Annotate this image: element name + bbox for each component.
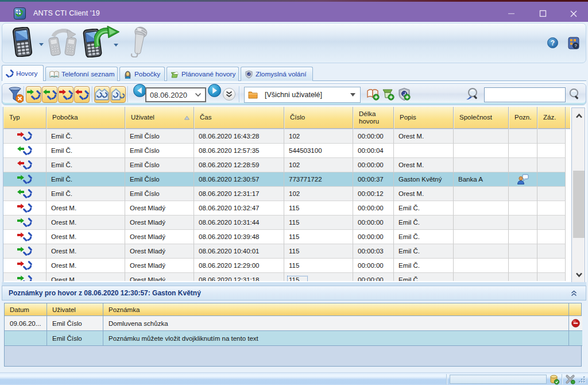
- column-header-cas[interactable]: Čas: [194, 107, 284, 129]
- grid-row[interactable]: Emil Č.Emil Číslo08.06.2020 12:30:577737…: [2, 172, 570, 187]
- column-header-delka[interactable]: Délka hovoru: [353, 107, 394, 129]
- add-to-phonebook-button[interactable]: [366, 87, 380, 101]
- grid-row[interactable]: Emil Č.Emil Číslo08.06.2020 16:43:281020…: [2, 129, 570, 144]
- column-header-pozn[interactable]: Pozn.: [509, 107, 537, 129]
- delete-note-button[interactable]: [569, 316, 582, 331]
- cell-popis: Orest M.: [394, 158, 454, 172]
- cell-popis: Emil Č.: [394, 273, 454, 281]
- expand-filter-button[interactable]: [223, 88, 235, 101]
- users-filter-combo[interactable]: [Všichni uživatelé]: [244, 87, 361, 103]
- cell-cas: 08.06.2020 10:40:01: [194, 244, 284, 259]
- filter-toggle-incoming-missed[interactable]: [58, 86, 74, 103]
- cell-cislo: 115: [284, 201, 353, 215]
- dial-button[interactable]: [10, 27, 35, 57]
- grid-row[interactable]: Orest M.Orest Mladý08.06.2020 10:32:4711…: [2, 201, 570, 215]
- column-header-zaz[interactable]: Záz.: [537, 107, 566, 129]
- cell-typ: [3, 201, 47, 215]
- scroll-up-icon[interactable]: [572, 108, 586, 123]
- arrow-right-icon: [17, 261, 24, 267]
- arrow-right-icon: [27, 89, 34, 95]
- grid-row[interactable]: Orest M.Orest Mladý08.06.2020 10:39:4811…: [2, 230, 570, 244]
- notes-column-header-poznamka[interactable]: Poznámka: [103, 303, 569, 316]
- column-header-popis[interactable]: Popis: [394, 107, 454, 129]
- tab-pobo-ky[interactable]: Pobočky: [119, 67, 165, 81]
- cell-cas: 08.06.2020 12:57:35: [194, 144, 284, 158]
- notes-cell-poznamka[interactable]: Domluvena schůzka: [103, 316, 569, 331]
- cell-uzivatel: Orest Mladý: [125, 244, 194, 259]
- cell-cislo: 115: [284, 215, 353, 230]
- about-button[interactable]: ?: [568, 37, 579, 49]
- clear-filter-button[interactable]: [7, 86, 25, 103]
- scrollbar-thumb[interactable]: [573, 171, 585, 238]
- notes-column-header-datum[interactable]: Datum: [5, 303, 47, 316]
- vertical-scrollbar[interactable]: [571, 107, 585, 282]
- help-button[interactable]: ?: [547, 37, 558, 48]
- date-field[interactable]: 08.06.2020: [145, 87, 206, 102]
- cell-typ: [3, 172, 47, 187]
- chevron-down-icon[interactable]: [350, 93, 355, 97]
- cell-typ: [3, 129, 47, 144]
- titlebar: ANTS CTI Client '19: [0, 2, 588, 22]
- notes-cell-actions: [569, 331, 582, 346]
- pickup-dropdown-icon[interactable]: [114, 44, 118, 47]
- cell-delka: 00:00:00: [353, 201, 394, 215]
- close-button[interactable]: [561, 3, 586, 24]
- cell-spolecnost: Banka A: [454, 172, 509, 187]
- cell-zaz: [537, 158, 566, 172]
- transfer-button: [48, 29, 77, 56]
- filter-toggle-external-calls[interactable]: [110, 86, 126, 103]
- grid-row[interactable]: Emil Č.Emil Číslo08.06.2020 12:31:171020…: [2, 187, 570, 201]
- cell-typ: [3, 244, 47, 259]
- grid-row[interactable]: Orest M.Orest Mladý08.06.2020 12:29:0011…: [2, 259, 570, 273]
- grid-row[interactable]: Emil Č.Emil Číslo08.06.2020 12:28:591020…: [2, 158, 570, 172]
- add-to-planned-button[interactable]: [381, 87, 395, 101]
- collapse-icon[interactable]: [570, 290, 586, 297]
- cell-pobocka: Emil Č.: [47, 144, 125, 158]
- app-icon: [14, 7, 26, 20]
- filter-toggle-incoming-answered[interactable]: [26, 86, 41, 103]
- cell-pozn: [509, 144, 537, 158]
- search-button[interactable]: [567, 88, 580, 101]
- grid-row[interactable]: Emil Č.Emil Číslo08.06.2020 12:57:355445…: [2, 144, 570, 158]
- previous-day-button[interactable]: [133, 84, 146, 97]
- grid-row[interactable]: Orest M.Orest Mladý08.06.2020 12:31:1811…: [2, 273, 570, 281]
- minimize-button[interactable]: [498, 3, 524, 24]
- notes-row[interactable]: Emil ČísloPoznámku můžete vložit dvojkli…: [5, 331, 581, 346]
- handset-icon: [23, 275, 32, 281]
- grid-row[interactable]: Orest M.Orest Mladý08.06.2020 10:31:4411…: [2, 215, 570, 230]
- tab-pl-novan-hovory[interactable]: Plánované hovory: [167, 67, 239, 81]
- resize-grip[interactable]: [578, 375, 586, 384]
- cell-zaz: [537, 273, 566, 281]
- cell-pozn: [509, 244, 537, 259]
- next-day-button[interactable]: [208, 84, 221, 97]
- notes-cell-poznamka[interactable]: Poznámku můžete vložit dvojkliknutím na …: [103, 331, 569, 346]
- notes-row[interactable]: 09.06.20...Emil ČísloDomluvena schůzka: [5, 316, 581, 331]
- chevron-down-icon[interactable]: [195, 93, 202, 97]
- scroll-down-icon[interactable]: [572, 267, 586, 282]
- cell-popis: Emil Č.: [394, 230, 454, 244]
- tab-label: Plánované hovory: [181, 70, 235, 78]
- tab-zlomysln-vol-n-[interactable]: Zlomyslná volání: [241, 67, 313, 81]
- cell-popis: Gaston Květný: [394, 172, 454, 187]
- notes-cell-uzivatel: Emil Číslo: [47, 331, 103, 346]
- add-to-malicious-button[interactable]: [397, 87, 411, 101]
- notes-column-header-uzivatel[interactable]: Uživatel: [47, 303, 103, 316]
- filter-toggle-internal-calls[interactable]: [94, 86, 110, 103]
- maximize-button[interactable]: [530, 3, 555, 24]
- column-header-typ[interactable]: Typ: [3, 107, 47, 129]
- handset-icon: [23, 203, 32, 213]
- tab-telefonn-seznam[interactable]: Telefonní seznam: [45, 67, 118, 81]
- grid-row[interactable]: Orest M.Orest Mladý08.06.2020 10:40:0111…: [2, 244, 570, 259]
- search-input[interactable]: [484, 87, 566, 102]
- filter-toggle-outgoing-answered[interactable]: [42, 86, 57, 103]
- column-header-spolecnost[interactable]: Společnost: [454, 107, 509, 129]
- column-header-cislo[interactable]: Číslo: [284, 107, 353, 129]
- filter-toggle-outgoing-missed[interactable]: [74, 86, 90, 103]
- tab-hovory[interactable]: Hovory: [2, 65, 44, 81]
- advanced-search-button[interactable]: [465, 87, 479, 101]
- cell-cislo: 102: [284, 158, 353, 172]
- column-header-uzivatel[interactable]: Uživatel: [125, 107, 194, 129]
- dial-dropdown-icon[interactable]: [39, 43, 44, 46]
- call-type-icon-missed-in: [17, 203, 32, 213]
- column-header-pobocka[interactable]: Pobočka: [47, 107, 125, 129]
